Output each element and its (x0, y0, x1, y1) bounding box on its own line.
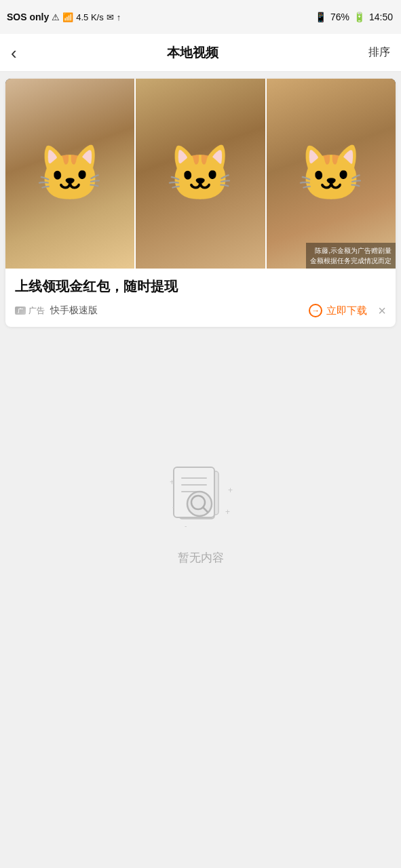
ad-badge: 广 广告 (15, 305, 45, 317)
ad-card: 应用名称：快手极速版 应用版本：11.8.30.6512 开发者：北京快手科技有… (5, 79, 396, 327)
battery-percent: 76% (330, 12, 349, 22)
page-title: 本地视频 (22, 44, 363, 62)
ad-label: 广告 (28, 305, 45, 317)
ad-close-button[interactable]: × (378, 304, 386, 317)
sim-icon: 📱 (315, 12, 326, 22)
back-button[interactable]: ‹ (11, 41, 22, 64)
warning-icon: ⚠ (52, 12, 60, 22)
upload-icon: ↑ (117, 12, 121, 22)
svg-text:+: + (225, 507, 230, 517)
svg-text:-: - (172, 503, 174, 511)
ad-actions: → 立即下载 × (309, 304, 386, 317)
ad-badge-icon: 广 (15, 307, 26, 315)
status-right: 📱 76% 🔋 14:50 (315, 12, 393, 22)
svg-text:-: - (185, 522, 187, 530)
status-left: SOS only ⚠ 📶 4.5 K/s ✉ ↑ (7, 12, 121, 22)
ad-title: 上线领现金红包，随时提现 (15, 277, 386, 296)
empty-state-illustration: + + - + - (160, 455, 242, 536)
svg-text:+: + (228, 486, 233, 495)
nav-bar: ‹ 本地视频 排序 (0, 34, 401, 72)
empty-state: + + - + - 暂无内容 (0, 334, 401, 673)
cat-image-3 (267, 79, 396, 269)
ad-body: 上线领现金红包，随时提现 广 广告 快手极速版 → 立即下载 × (5, 269, 396, 327)
cat-image-2 (136, 79, 265, 269)
empty-icon: + + - + - (160, 455, 242, 536)
video-frame-2 (134, 79, 265, 269)
ad-source: 广 广告 快手极速版 (15, 304, 98, 317)
svg-text:+: + (170, 477, 174, 487)
network-speed: 4.5 K/s (76, 12, 103, 22)
video-bottom-overlay: 陈藤,示金额为广告赠剧量 金额根据任务完成情况而定 (306, 243, 396, 269)
wifi-icon: 📶 (62, 12, 73, 22)
download-label: 立即下载 (326, 304, 367, 317)
content-area: 应用名称：快手极速版 应用版本：11.8.30.6512 开发者：北京快手科技有… (0, 79, 401, 673)
video-frame-1 (5, 79, 134, 269)
status-bar: SOS only ⚠ 📶 4.5 K/s ✉ ↑ 📱 76% 🔋 14:50 (0, 0, 401, 34)
ad-footer: 广 广告 快手极速版 → 立即下载 × (15, 304, 386, 317)
ad-download-button[interactable]: → 立即下载 (309, 304, 367, 317)
overlay-line1: 陈藤,示金额为广告赠剧量 (310, 245, 392, 256)
ad-source-name: 快手极速版 (50, 304, 98, 317)
empty-text: 暂无内容 (178, 550, 224, 566)
video-thumbnail-strip[interactable]: 应用名称：快手极速版 应用版本：11.8.30.6512 开发者：北京快手科技有… (5, 79, 396, 269)
sort-button[interactable]: 排序 (363, 43, 390, 62)
time-label: 14:50 (369, 12, 393, 22)
download-circle-icon: → (309, 304, 322, 317)
cat-image-1 (5, 79, 134, 269)
battery-icon: 🔋 (354, 12, 365, 22)
sos-label: SOS only (7, 12, 49, 22)
overlay-line2: 金额根据任务完成情况而定 (310, 256, 392, 266)
video-frames (5, 79, 396, 269)
msg-icon: ✉ (107, 12, 114, 22)
video-frame-3 (265, 79, 396, 269)
